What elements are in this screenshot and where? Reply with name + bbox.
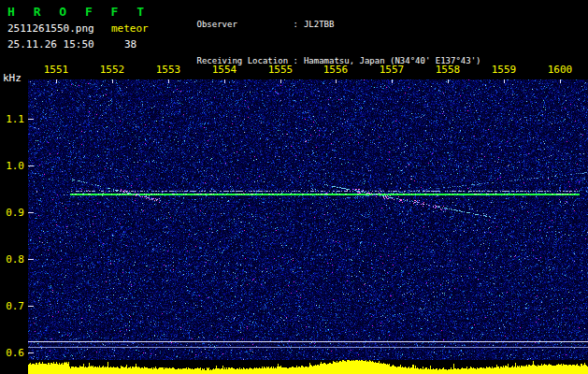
x-tick-label: 1557: [375, 64, 409, 76]
y-tick-label: 0.8: [0, 253, 24, 266]
info-observer: Observer:JL2TBB: [166, 7, 481, 43]
noise-floor-bargraph-canvas: [28, 360, 588, 374]
y-tick-label: 0.6: [0, 347, 24, 359]
mode-label: meteor: [111, 22, 149, 35]
x-tick-label: 1554: [208, 64, 241, 76]
y-axis: 1.11.00.90.80.70.6: [0, 0, 24, 374]
info-label: Observer: [197, 19, 294, 31]
x-tick-label: 1600: [543, 64, 577, 76]
x-tick-label: 1559: [487, 64, 521, 76]
x-tick-label: 1551: [39, 64, 73, 76]
meteor-count: 38: [124, 38, 136, 50]
x-tick-label: 1552: [95, 64, 129, 76]
y-tick-label: 1.1: [0, 113, 24, 125]
y-tick-label: 0.9: [0, 207, 24, 219]
x-tick-label: 1558: [431, 64, 465, 76]
app-title: H R O F F T: [7, 5, 150, 19]
x-tick-label: 1553: [151, 64, 185, 76]
y-tick-label: 1.0: [0, 160, 24, 172]
hrofft-screen: H R O F F T 2511261550.png meteor 25.11.…: [0, 0, 588, 374]
x-tick-label: 1556: [319, 64, 352, 76]
y-tick-label: 0.7: [0, 300, 24, 312]
x-tick-label: 1555: [264, 64, 297, 76]
x-axis: 1551155215531554155515561557155815591600: [0, 64, 588, 76]
info-value: JL2TBB: [298, 20, 335, 29]
spectrogram-canvas: [28, 79, 588, 360]
